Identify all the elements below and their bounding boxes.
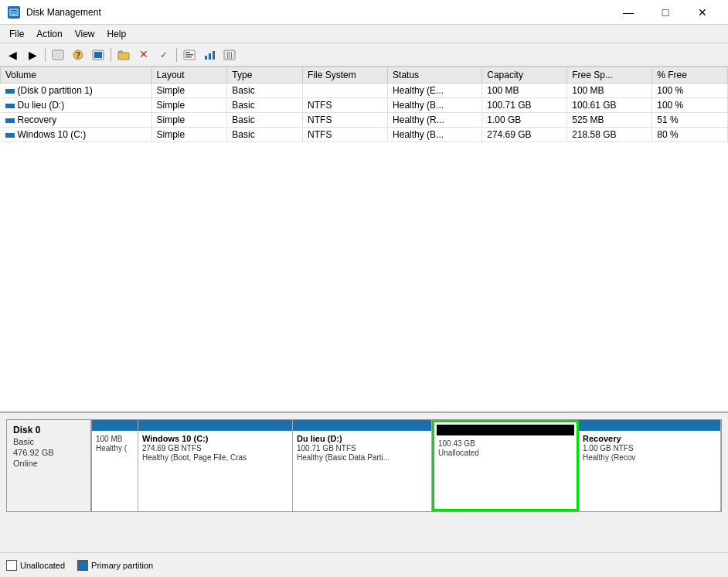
cell-percentfree: 80 % <box>652 128 728 142</box>
cell-freespace: 100 MB <box>567 84 652 98</box>
menu-view[interactable]: View <box>69 27 101 41</box>
cell-percentfree: 51 % <box>652 113 728 128</box>
window-title: Disk Management <box>26 7 604 18</box>
cell-filesystem <box>303 84 388 98</box>
cell-layout: Simple <box>151 128 227 142</box>
chart-button[interactable] <box>200 46 219 63</box>
properties-button[interactable] <box>180 46 199 63</box>
partition-windows[interactable]: Windows 10 (C:) 274.69 GB NTFS Healthy (… <box>138 420 293 511</box>
cell-capacity: 100.71 GB <box>482 98 567 113</box>
cell-freespace: 218.58 GB <box>567 128 652 142</box>
table-row[interactable]: (Disk 0 partition 1) Simple Basic Health… <box>1 84 728 98</box>
back-button[interactable]: ◀ <box>3 46 22 63</box>
cell-type: Basic <box>227 113 303 128</box>
part-dulieu-status: Healthy (Basic Data Parti... <box>297 453 427 462</box>
col-volume[interactable]: Volume <box>1 67 152 84</box>
check-button[interactable]: ✓ <box>155 46 173 63</box>
cell-status: Healthy (E... <box>388 84 482 98</box>
volume-icon <box>5 89 15 94</box>
main-content: Volume Layout Type File System Status Ca… <box>0 67 728 552</box>
cell-status: Healthy (B... <box>388 128 482 142</box>
volume-table-area[interactable]: Volume Layout Type File System Status Ca… <box>0 67 728 413</box>
cell-layout: Simple <box>151 113 227 128</box>
cell-capacity: 100 MB <box>482 84 567 98</box>
part-unalloc-size: 100.43 GB <box>438 439 573 448</box>
partition-recovery[interactable]: Recovery 1.00 GB NTFS Healthy (Recov <box>579 420 721 511</box>
cell-filesystem: NTFS <box>303 128 388 142</box>
svg-rect-17 <box>209 53 211 60</box>
disk-partitions: 100 MB Healthy ( Windows 10 (C:) 274.69 … <box>92 420 721 511</box>
partition-efi[interactable]: 100 MB Healthy ( <box>92 420 138 511</box>
cell-layout: Simple <box>151 84 227 98</box>
minimize-button[interactable]: — <box>611 4 646 21</box>
partition-unallocated[interactable]: 100.43 GB Unallocated <box>432 420 579 511</box>
legend-unallocated: Unallocated <box>6 560 65 571</box>
cell-status: Healthy (R... <box>388 113 482 128</box>
table-row[interactable]: Du lieu (D:) Simple Basic NTFS Healthy (… <box>1 98 728 113</box>
cell-type: Basic <box>227 128 303 142</box>
cell-freespace: 525 MB <box>567 113 652 128</box>
part-dulieu-name: Du lieu (D:) <box>297 434 427 443</box>
svg-text:✕: ✕ <box>139 50 148 60</box>
legend-unalloc-label: Unallocated <box>20 561 65 570</box>
cell-volume: (Disk 0 partition 1) <box>1 84 152 98</box>
svg-rect-9 <box>118 53 129 60</box>
toolbar: ◀ ▶ ? ✕ ✓ ||| <box>0 43 728 67</box>
delete-button[interactable]: ✕ <box>134 46 153 63</box>
svg-rect-16 <box>205 56 207 60</box>
folder-button[interactable] <box>114 46 133 63</box>
table-row[interactable]: Windows 10 (C:) Simple Basic NTFS Health… <box>1 128 728 142</box>
toolbar-separator-3 <box>176 48 177 62</box>
menu-bar: File Action View Help <box>0 25 728 43</box>
disk-type: Basic <box>13 437 84 446</box>
legend-primary-box <box>77 560 88 571</box>
svg-rect-14 <box>185 54 193 56</box>
part-win-status: Healthy (Boot, Page File, Cras <box>142 453 288 462</box>
svg-rect-15 <box>185 56 192 58</box>
part-win-size: 274.69 GB NTFS <box>142 444 288 452</box>
partition-dulieu[interactable]: Du lieu (D:) 100.71 GB NTFS Healthy (Bas… <box>293 420 432 511</box>
svg-text:✓: ✓ <box>160 50 168 60</box>
table-row[interactable]: Recovery Simple Basic NTFS Healthy (R...… <box>1 113 728 128</box>
toolbar-btn-3[interactable] <box>49 46 67 63</box>
cell-status: Healthy (B... <box>388 98 482 113</box>
col-freespace[interactable]: Free Sp... <box>567 67 652 84</box>
part-recovery-name: Recovery <box>583 434 716 443</box>
disk-status: Online <box>13 459 84 468</box>
toolbar-btn-last[interactable]: ||| <box>220 46 239 63</box>
legend-primary-label: Primary partition <box>91 561 153 570</box>
part-efi-status: Healthy ( <box>96 444 134 452</box>
menu-help[interactable]: Help <box>101 27 133 41</box>
menu-file[interactable]: File <box>3 27 30 41</box>
cell-capacity: 274.69 GB <box>482 128 567 142</box>
status-bar: Unallocated Primary partition <box>0 552 728 577</box>
cell-percentfree: 100 % <box>652 84 728 98</box>
cell-volume: Windows 10 (C:) <box>1 128 152 142</box>
col-layout[interactable]: Layout <box>151 67 227 84</box>
app-icon <box>8 6 20 19</box>
part-dulieu-size: 100.71 GB NTFS <box>297 444 427 452</box>
volume-icon <box>5 118 15 123</box>
cell-capacity: 1.00 GB <box>482 113 567 128</box>
svg-text:|||: ||| <box>226 51 232 59</box>
part-recovery-status: Healthy (Recov <box>583 453 716 462</box>
col-filesystem[interactable]: File System <box>303 67 388 84</box>
svg-rect-13 <box>185 52 190 53</box>
disk-name: Disk 0 <box>13 425 84 435</box>
disk-size: 476.92 GB <box>13 448 84 457</box>
close-button[interactable]: ✕ <box>685 4 720 21</box>
svg-rect-4 <box>54 52 62 58</box>
menu-action[interactable]: Action <box>30 27 68 41</box>
col-type[interactable]: Type <box>227 67 303 84</box>
svg-rect-8 <box>94 52 102 58</box>
col-capacity[interactable]: Capacity <box>482 67 567 84</box>
maximize-button[interactable]: □ <box>648 4 683 21</box>
cell-freespace: 100.61 GB <box>567 98 652 113</box>
cell-filesystem: NTFS <box>303 98 388 113</box>
forward-button[interactable]: ▶ <box>23 46 42 63</box>
toolbar-btn-5[interactable] <box>89 46 107 63</box>
col-percentfree[interactable]: % Free <box>652 67 728 84</box>
col-status[interactable]: Status <box>388 67 482 84</box>
help-button[interactable]: ? <box>69 46 87 63</box>
part-unalloc-status: Unallocated <box>438 449 573 457</box>
